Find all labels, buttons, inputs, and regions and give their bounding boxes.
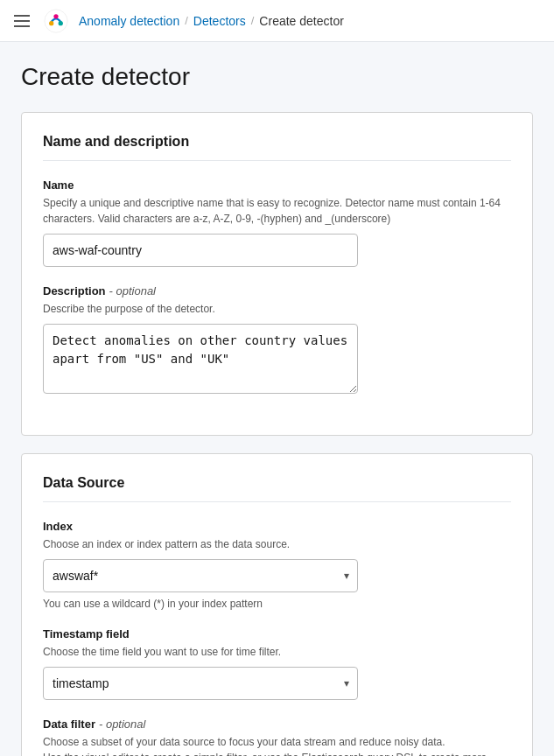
data-filter-label: Data filter - optional [43,718,511,731]
data-filter-field: Data filter - optional Choose a subset o… [43,718,511,756]
index-select[interactable]: awswaf* [43,559,358,592]
index-label: Index [43,520,511,533]
data-source-card-title: Data Source [43,475,511,502]
timestamp-description: Choose the time field you want to use fo… [43,644,511,660]
timestamp-select[interactable]: timestamp [43,667,358,700]
breadcrumb-separator-2: / [251,14,255,27]
timestamp-field: Timestamp field Choose the time field yo… [43,627,511,700]
timestamp-label: Timestamp field [43,627,511,640]
index-description: Choose an index or index pattern as the … [43,536,511,552]
svg-point-0 [45,9,67,32]
description-label: Description - optional [43,284,511,298]
menu-icon[interactable] [11,11,33,31]
svg-point-2 [59,21,63,25]
description-optional: - optional [109,284,156,298]
index-select-wrapper: awswaf* ▾ [43,559,358,592]
description-field: Description - optional Describe the purp… [43,284,511,396]
name-label: Name [43,178,511,192]
index-field: Index Choose an index or index pattern a… [43,520,511,610]
name-input[interactable] [43,234,358,267]
data-filter-optional: - optional [99,718,145,731]
breadcrumb-separator-1: / [185,14,188,27]
name-description: Specify a unique and descriptive name th… [43,195,511,227]
page-content: Create detector Name and description Nam… [0,42,554,756]
svg-point-3 [53,14,58,18]
page-title: Create detector [21,63,533,91]
name-description-card-title: Name and description [43,134,511,161]
name-description-card: Name and description Name Specify a uniq… [21,112,533,436]
svg-point-1 [49,21,53,25]
description-textarea[interactable]: Detect anomalies on other country values… [43,324,358,394]
breadcrumb: Anomaly detection / Detectors / Create d… [79,14,344,28]
breadcrumb-current: Create detector [259,14,344,28]
timestamp-select-wrapper: timestamp ▾ [43,667,358,700]
breadcrumb-anomaly-detection[interactable]: Anomaly detection [79,14,179,28]
description-hint: Describe the purpose of the detector. [43,301,511,317]
data-filter-description: Choose a subset of your data source to f… [43,734,511,756]
breadcrumb-detectors[interactable]: Detectors [193,14,246,28]
index-hint: You can use a wildcard (*) in your index… [43,598,511,610]
app-logo [44,9,68,33]
data-source-card: Data Source Index Choose an index or ind… [21,453,533,756]
name-field: Name Specify a unique and descriptive na… [43,178,511,267]
topbar: Anomaly detection / Detectors / Create d… [0,0,554,42]
